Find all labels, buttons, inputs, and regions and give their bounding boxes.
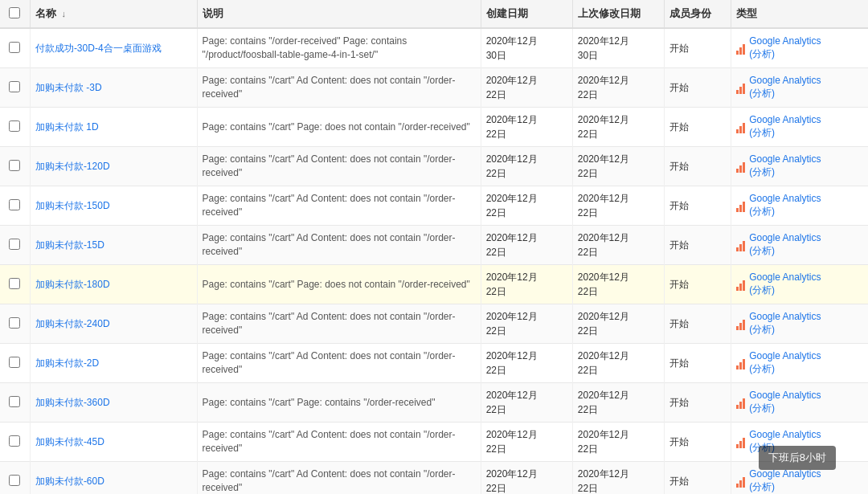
row-modified-text: 2020年12月 22日 <box>578 75 629 100</box>
row-checkbox[interactable] <box>9 239 20 250</box>
row-checkbox-cell[interactable] <box>0 28 30 68</box>
row-checkbox[interactable] <box>9 278 20 289</box>
row-type-label: Google Analytics (分析) <box>749 114 821 139</box>
row-name-cell[interactable]: 加购未付款 -3D <box>30 68 197 108</box>
row-name-cell[interactable]: 加购未付款-120D <box>30 147 197 186</box>
row-created-cell: 2020年12月 30日 <box>481 28 572 68</box>
row-modified-text: 2020年12月 22日 <box>578 232 629 258</box>
row-name-cell[interactable]: 加购未付款-45D <box>30 423 197 462</box>
row-name-link[interactable]: 加购未付款-150D <box>35 200 110 211</box>
row-name-cell[interactable]: 加购未付款-240D <box>30 304 197 344</box>
select-all-header[interactable] <box>0 0 30 28</box>
table-row: 加购未付款-360DPage: contains "/cart" Page: c… <box>0 383 868 423</box>
row-name-link[interactable]: 加购未付款-2D <box>35 357 99 369</box>
row-checkbox-cell[interactable] <box>0 226 30 265</box>
row-name-link[interactable]: 加购未付款 -3D <box>35 82 102 93</box>
row-modified-text: 2020年12月 22日 <box>578 114 629 140</box>
row-type-cell: Google Analytics (分析) <box>731 423 868 462</box>
row-checkbox-cell[interactable] <box>0 304 30 344</box>
row-checkbox[interactable] <box>9 199 20 210</box>
row-checkbox[interactable] <box>9 435 20 447</box>
row-name-cell[interactable]: 加购未付款-180D <box>30 265 197 304</box>
row-type-label: Google Analytics (分析) <box>749 232 821 257</box>
row-desc-cell: Page: contains "/cart" Ad Content: does … <box>197 344 481 383</box>
row-member-cell: 开始 <box>665 265 731 304</box>
row-checkbox[interactable] <box>9 357 20 368</box>
row-checkbox[interactable] <box>9 81 20 92</box>
row-type-cell: Google Analytics (分析) <box>731 462 868 495</box>
row-desc-text: Page: contains "/order-received" Page: c… <box>203 35 407 60</box>
row-name-link[interactable]: 加购未付款-120D <box>35 161 110 172</box>
col-header-member: 成员身份 <box>665 0 731 28</box>
row-name-cell[interactable]: 加购未付款-60D <box>30 462 197 495</box>
row-desc-text: Page: contains "/cart" Ad Content: does … <box>203 350 456 375</box>
row-checkbox-cell[interactable] <box>0 265 30 304</box>
row-member-cell: 开始 <box>665 344 731 383</box>
row-created-text: 2020年12月 22日 <box>486 468 538 494</box>
table-row: 加购未付款 -3DPage: contains "/cart" Ad Conte… <box>0 68 868 108</box>
row-name-cell[interactable]: 加购未付款-150D <box>30 186 197 226</box>
row-name-link[interactable]: 付款成功-30D-4合一桌面游戏 <box>35 43 162 54</box>
row-name-link[interactable]: 加购未付款-15D <box>35 239 104 251</box>
row-type-label: Google Analytics (分析) <box>749 75 821 100</box>
row-desc-text: Page: contains "/cart" Ad Content: does … <box>203 311 456 336</box>
row-checkbox-cell[interactable] <box>0 383 30 423</box>
row-created-text: 2020年12月 22日 <box>486 193 538 218</box>
row-type-cell: Google Analytics (分析) <box>731 28 868 68</box>
table-row: 加购未付款-120DPage: contains "/cart" Ad Cont… <box>0 147 868 186</box>
row-name-cell[interactable]: 加购未付款 1D <box>30 108 197 147</box>
row-checkbox-cell[interactable] <box>0 108 30 147</box>
row-member-cell: 开始 <box>665 462 731 495</box>
row-desc-cell: Page: contains "/cart" Ad Content: does … <box>197 304 481 344</box>
row-created-text: 2020年12月 22日 <box>486 429 538 455</box>
row-created-cell: 2020年12月 22日 <box>481 186 572 226</box>
analytics-bar-icon <box>736 475 745 488</box>
row-created-cell: 2020年12月 22日 <box>481 108 572 147</box>
analytics-bar-icon <box>736 317 745 330</box>
row-member-cell: 开始 <box>665 383 731 423</box>
row-checkbox-cell[interactable] <box>0 186 30 226</box>
row-modified-text: 2020年12月 22日 <box>578 429 629 455</box>
row-checkbox[interactable] <box>9 475 20 486</box>
row-checkbox[interactable] <box>9 396 20 407</box>
row-created-cell: 2020年12月 22日 <box>481 68 572 108</box>
row-name-link[interactable]: 加购未付款-45D <box>35 436 104 447</box>
row-name-cell[interactable]: 加购未付款-2D <box>30 344 197 383</box>
row-checkbox[interactable] <box>9 120 20 132</box>
analytics-bar-icon <box>736 160 745 173</box>
row-member-cell: 开始 <box>665 108 731 147</box>
row-modified-cell: 2020年12月 22日 <box>572 186 664 226</box>
row-type-label: Google Analytics (分析) <box>749 271 821 296</box>
row-name-link[interactable]: 加购未付款 1D <box>35 121 99 133</box>
row-name-link[interactable]: 加购未付款-180D <box>35 279 110 290</box>
row-created-text: 2020年12月 22日 <box>486 390 538 415</box>
row-checkbox[interactable] <box>9 317 20 329</box>
row-checkbox-cell[interactable] <box>0 147 30 186</box>
row-desc-cell: Page: contains "/order-received" Page: c… <box>197 28 481 68</box>
row-name-link[interactable]: 加购未付款-240D <box>35 318 110 329</box>
row-checkbox[interactable] <box>9 42 20 53</box>
select-all-checkbox[interactable] <box>9 7 20 18</box>
row-name-link[interactable]: 加购未付款-360D <box>35 397 110 408</box>
row-modified-cell: 2020年12月 22日 <box>572 383 664 423</box>
table-row: 付款成功-30D-4合一桌面游戏Page: contains "/order-r… <box>0 28 868 68</box>
row-type-cell: Google Analytics (分析) <box>731 226 868 265</box>
row-checkbox-cell[interactable] <box>0 344 30 383</box>
row-checkbox-cell[interactable] <box>0 423 30 462</box>
row-modified-cell: 2020年12月 22日 <box>572 423 664 462</box>
row-name-link[interactable]: 加购未付款-60D <box>35 476 104 487</box>
col-header-name[interactable]: 名称 ↓ <box>30 0 197 28</box>
row-checkbox-cell[interactable] <box>0 68 30 108</box>
row-modified-text: 2020年12月 22日 <box>578 390 629 415</box>
row-name-cell[interactable]: 付款成功-30D-4合一桌面游戏 <box>30 28 197 68</box>
row-created-text: 2020年12月 22日 <box>486 153 538 179</box>
row-member-cell: 开始 <box>665 226 731 265</box>
row-name-cell[interactable]: 加购未付款-360D <box>30 383 197 423</box>
row-type-label: Google Analytics (分析) <box>749 350 821 375</box>
row-name-cell[interactable]: 加购未付款-15D <box>30 226 197 265</box>
row-member-text: 开始 <box>669 436 689 447</box>
analytics-bar-icon <box>736 278 745 291</box>
analytics-bar-icon <box>736 239 745 251</box>
row-checkbox-cell[interactable] <box>0 462 30 495</box>
row-checkbox[interactable] <box>9 160 20 171</box>
